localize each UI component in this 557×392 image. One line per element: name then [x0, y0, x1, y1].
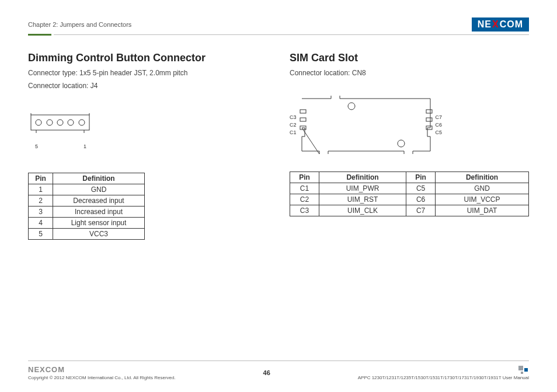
svg-point-7 — [79, 120, 85, 125]
dimming-connector-location: Connector location: J4 — [28, 80, 257, 91]
logo-text-pre: NE — [478, 19, 492, 30]
svg-rect-0 — [31, 115, 89, 130]
diagram-label-c3: C3 — [290, 114, 297, 120]
logo-text-x: X — [492, 19, 499, 30]
section-dimming: Dimming Control Button Connector Connect… — [28, 52, 257, 240]
table-row: C1UIM_PWR C5GND — [290, 183, 529, 194]
brand-logo: NEXCOM — [472, 18, 529, 32]
table-row: 4Light sensor input — [29, 218, 145, 229]
copyright-text: Copyright © 2012 NEXCOM International Co… — [28, 375, 176, 380]
header-rule — [28, 34, 529, 36]
sim-slot-diagram: C3 C2 C1 C7 C6 — [290, 96, 529, 154]
svg-rect-12 — [300, 110, 306, 113]
manual-title: APPC 1230T/1231T/1235T/1530T/1531T/1730T… — [358, 375, 529, 380]
section-sim: SIM Card Slot Connector location: CN8 C3… — [290, 52, 529, 240]
table-row: 2Decreased input — [29, 195, 145, 206]
page-footer: NEXCOM Copyright © 2012 NEXCOM Internati… — [28, 360, 529, 380]
svg-point-6 — [68, 120, 74, 125]
svg-rect-19 — [524, 368, 528, 372]
table-row: 3Increased input — [29, 206, 145, 218]
svg-rect-20 — [521, 372, 523, 374]
svg-rect-15 — [426, 110, 432, 113]
table-header: Definition — [319, 172, 406, 183]
table-header: Definition — [436, 172, 529, 183]
section-title-dimming: Dimming Control Button Connector — [28, 52, 257, 64]
diagram-label-c7: C7 — [436, 114, 443, 120]
section-title-sim: SIM Card Slot — [290, 52, 529, 64]
table-header: Pin — [406, 172, 436, 183]
table-header: Definition — [53, 173, 145, 184]
diagram-label-c5: C5 — [436, 130, 443, 135]
table-row: 5VCC3 — [29, 229, 145, 240]
dimming-connector-type: Connector type: 1x5 5-pin header JST, 2.… — [28, 68, 257, 78]
table-row: 1GND — [29, 184, 145, 195]
sim-connector-location: Connector location: CN8 — [290, 68, 529, 78]
dimming-connector-diagram: 5 1 — [28, 112, 257, 149]
chapter-title: Chapter 2: Jumpers and Connectors — [28, 21, 131, 28]
svg-rect-18 — [518, 366, 523, 370]
diagram-label-c6: C6 — [436, 122, 443, 128]
svg-rect-16 — [426, 118, 432, 121]
table-row: C3UIM_CLK C7UIM_DAT — [290, 205, 529, 216]
page-number: 46 — [263, 369, 270, 376]
corner-icon — [518, 366, 529, 375]
svg-point-11 — [398, 140, 405, 147]
sim-pin-table: Pin Definition Pin Definition C1UIM_PWR … — [290, 172, 529, 216]
svg-point-4 — [47, 120, 53, 125]
diagram-label-c1: C1 — [290, 130, 297, 135]
table-row: C2UIM_RST C6UIM_VCCP — [290, 194, 529, 205]
table-header: Pin — [290, 172, 319, 183]
footer-logo: NEXCOM — [28, 365, 176, 374]
diagram-pin-1-label: 1 — [83, 144, 86, 149]
svg-rect-13 — [300, 118, 306, 121]
dimming-pin-table: Pin Definition 1GND 2Decreased input 3In… — [28, 173, 145, 240]
diagram-label-c2: C2 — [290, 122, 297, 128]
diagram-pin-5-label: 5 — [35, 144, 38, 149]
table-header: Pin — [29, 173, 53, 184]
svg-point-5 — [57, 120, 63, 125]
logo-text-post: COM — [500, 19, 523, 30]
svg-point-10 — [348, 103, 355, 110]
svg-point-3 — [36, 120, 41, 125]
